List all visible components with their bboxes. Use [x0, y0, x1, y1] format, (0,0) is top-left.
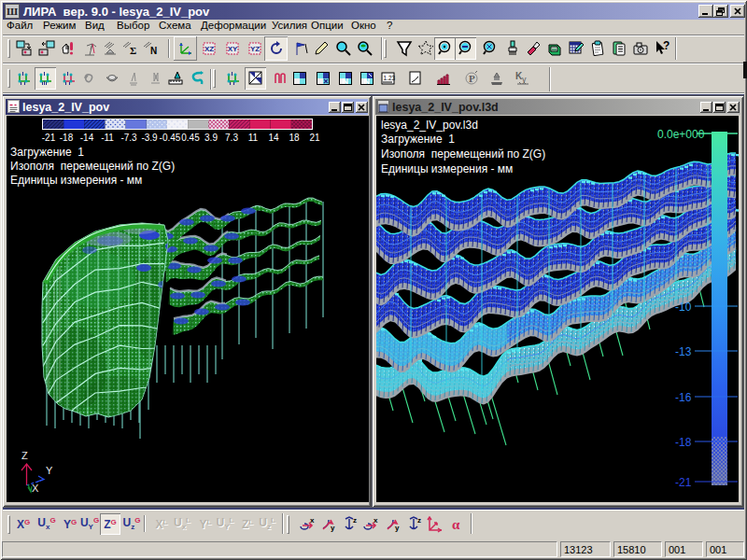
- svg-text:z: z: [353, 516, 357, 525]
- svg-text:-21: -21: [675, 476, 692, 489]
- svg-text:-18: -18: [675, 436, 692, 449]
- svg-text:0.0e+000: 0.0e+000: [657, 128, 705, 141]
- svg-text:-13: -13: [675, 345, 692, 358]
- svg-text:x: x: [310, 516, 315, 525]
- svg-text:y: y: [331, 524, 335, 532]
- svg-text:α: α: [452, 517, 460, 532]
- svg-text:-10: -10: [675, 301, 692, 314]
- svg-text:z: z: [417, 516, 421, 525]
- svg-text:-16: -16: [675, 391, 692, 404]
- svg-text:x: x: [374, 516, 378, 525]
- svg-text:y: y: [395, 524, 400, 532]
